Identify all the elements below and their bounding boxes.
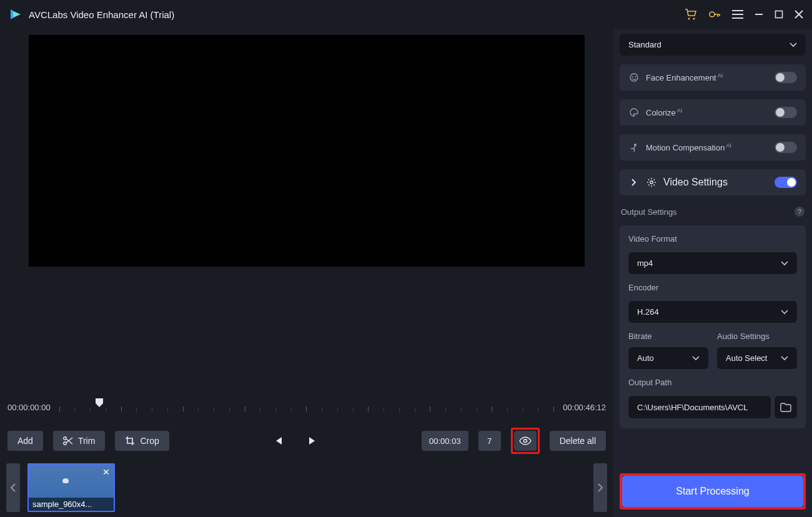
chevron-right-icon: [628, 177, 640, 188]
app-title: AVCLabs Video Enhancer AI (Trial): [29, 9, 174, 20]
preview-eye-button[interactable]: [514, 431, 537, 451]
clip-next-button[interactable]: [593, 463, 607, 512]
playhead-icon[interactable]: [95, 398, 104, 408]
motion-comp-toggle[interactable]: [775, 142, 797, 153]
svg-point-6: [523, 440, 527, 443]
svg-point-10: [634, 144, 636, 146]
close-icon[interactable]: [795, 10, 803, 19]
output-path-label: Output Path: [628, 378, 797, 387]
svg-point-8: [632, 76, 633, 77]
preset-select[interactable]: Standard: [620, 34, 806, 56]
clip-remove-icon[interactable]: ✕: [102, 467, 110, 477]
svg-point-0: [688, 18, 690, 20]
settings-panel: Standard Face EnhancementAI ColorizeAI: [613, 29, 812, 517]
bitrate-label: Bitrate: [628, 332, 708, 341]
chevron-down-icon: [790, 42, 797, 47]
svg-point-7: [630, 74, 638, 81]
add-button[interactable]: Add: [7, 431, 43, 451]
video-settings-toggle[interactable]: [775, 177, 797, 188]
help-icon[interactable]: ?: [795, 207, 805, 217]
colorize-toggle-card: ColorizeAI: [620, 99, 806, 126]
timeline-end: 00:00:46:12: [563, 403, 606, 412]
clip-item[interactable]: ✕ sample_960x4...: [27, 463, 115, 512]
crop-button[interactable]: Crop: [115, 431, 169, 451]
bitrate-select[interactable]: Auto: [628, 347, 708, 369]
app-logo-icon: [9, 7, 22, 21]
preview-canvas[interactable]: [29, 35, 585, 267]
colorize-toggle[interactable]: [775, 107, 797, 118]
svg-point-9: [635, 76, 636, 77]
output-settings-title: Output Settings: [621, 207, 677, 217]
titlebar: AVCLabs Video Enhancer AI (Trial): [0, 0, 812, 29]
key-icon[interactable]: [708, 9, 721, 20]
prev-frame-icon[interactable]: [273, 436, 283, 446]
svg-point-2: [710, 12, 715, 17]
timeline: 00:00:00:00 00:00:46:12: [0, 391, 613, 423]
frame-input[interactable]: 7: [478, 431, 501, 451]
motion-icon: [628, 142, 640, 153]
start-processing-button[interactable]: Start Processing: [622, 476, 803, 507]
chevron-down-icon: [781, 261, 788, 266]
timeline-start: 00:00:00:00: [7, 403, 51, 412]
video-format-label: Video Format: [628, 234, 797, 244]
cart-icon[interactable]: [685, 9, 697, 20]
toolbar: Add Trim Crop 00:00:03 7: [0, 423, 613, 458]
start-processing-highlight: Start Processing: [620, 473, 806, 510]
audio-settings-label: Audio Settings: [717, 332, 797, 341]
chevron-down-icon: [781, 356, 788, 361]
current-time-input[interactable]: 00:00:03: [422, 431, 468, 451]
face-icon: [628, 72, 640, 83]
editor-pane: 00:00:00:00 00:00:46:12: [0, 29, 613, 517]
audio-settings-select[interactable]: Auto Select: [717, 347, 797, 369]
face-enhancement-toggle-card: Face EnhancementAI: [620, 64, 806, 91]
svg-point-5: [64, 442, 67, 445]
next-frame-icon[interactable]: [308, 436, 318, 446]
encoder-select[interactable]: H.264: [628, 301, 797, 323]
preview-area: [0, 29, 613, 270]
video-format-select[interactable]: mp4: [628, 252, 797, 274]
face-enhancement-toggle[interactable]: [775, 72, 797, 83]
palette-icon: [628, 107, 640, 118]
gear-icon: [646, 177, 657, 188]
motion-comp-toggle-card: Motion CompensationAI: [620, 134, 806, 160]
output-settings-card: Video Format mp4 Encoder H.264 Bitrate A…: [620, 225, 806, 428]
output-path-input[interactable]: C:\Users\HF\Documents\AVCL: [628, 396, 771, 418]
preview-eye-highlight: [511, 428, 540, 454]
encoder-label: Encoder: [628, 283, 797, 292]
timeline-track[interactable]: [59, 398, 555, 416]
trim-button[interactable]: Trim: [53, 431, 105, 451]
svg-point-1: [693, 18, 695, 20]
svg-point-4: [64, 437, 67, 440]
maximize-icon[interactable]: [775, 10, 783, 19]
menu-icon[interactable]: [732, 10, 743, 19]
delete-all-button[interactable]: Delete all: [550, 431, 606, 451]
browse-folder-button[interactable]: [775, 396, 797, 418]
video-settings-row[interactable]: Video Settings: [620, 169, 806, 195]
chevron-down-icon: [692, 356, 700, 361]
svg-point-11: [650, 181, 653, 184]
clip-label: sample_960x4...: [29, 498, 114, 511]
minimize-icon[interactable]: [755, 10, 763, 19]
svg-rect-3: [776, 11, 783, 18]
chevron-down-icon: [781, 310, 788, 315]
clip-strip: ✕ sample_960x4...: [0, 458, 613, 517]
clip-prev-button[interactable]: [6, 463, 20, 512]
